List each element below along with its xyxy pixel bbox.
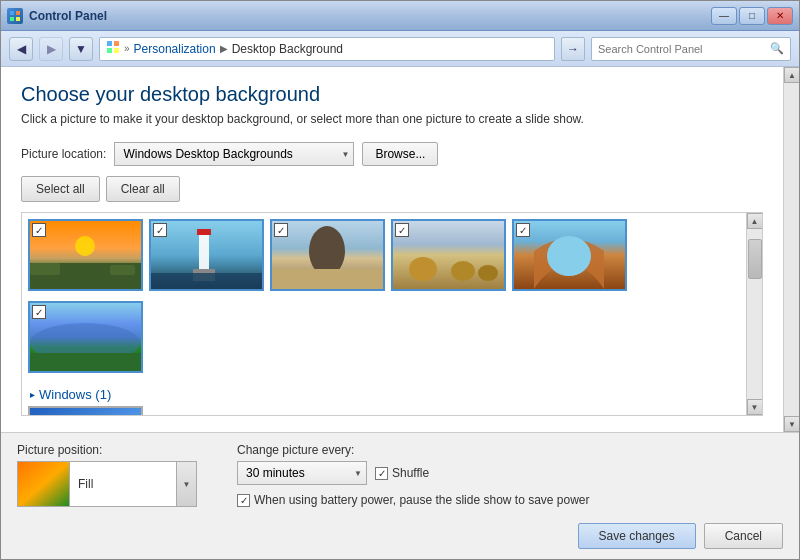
position-value: Fill bbox=[70, 477, 176, 491]
picture-location-row: Picture location: Windows Desktop Backgr… bbox=[21, 142, 763, 166]
svg-point-19 bbox=[309, 226, 345, 276]
address-bar: ◀ ▶ ▼ » Personalization ▶ Desktop Backgr… bbox=[1, 31, 799, 67]
svg-rect-15 bbox=[197, 229, 211, 235]
page-subtitle: Click a picture to make it your desktop … bbox=[21, 112, 763, 126]
address-path: » Personalization ▶ Desktop Background bbox=[99, 37, 555, 61]
picture-position-section: Picture position: Fill ▼ bbox=[17, 443, 197, 507]
svg-rect-7 bbox=[114, 48, 119, 53]
checkbox-thumb-4[interactable]: ✓ bbox=[395, 223, 409, 237]
scroll-thumb[interactable] bbox=[748, 239, 762, 279]
main-scrollbar: ▲ ▼ bbox=[783, 67, 799, 432]
images-grid-windows bbox=[28, 406, 740, 415]
picture-location-label: Picture location: bbox=[21, 147, 106, 161]
cancel-button[interactable]: Cancel bbox=[704, 523, 783, 549]
maximize-button[interactable]: □ bbox=[739, 7, 765, 25]
position-preview bbox=[18, 462, 70, 506]
svg-rect-29 bbox=[30, 353, 141, 371]
content-area: Choose your desktop background Click a p… bbox=[1, 67, 799, 432]
position-dropdown-arrow[interactable]: ▼ bbox=[176, 462, 196, 506]
shuffle-checkbox[interactable]: ✓ bbox=[375, 467, 388, 480]
main-scroll-track[interactable] bbox=[784, 83, 799, 416]
search-box: 🔍 bbox=[591, 37, 791, 61]
position-selector[interactable]: Fill ▼ bbox=[17, 461, 197, 507]
thumbnail-4[interactable]: ✓ bbox=[391, 219, 506, 291]
scroll-track[interactable] bbox=[747, 229, 762, 399]
breadcrumb-personalization[interactable]: Personalization bbox=[134, 42, 216, 56]
checkbox-thumb-1[interactable]: ✓ bbox=[32, 223, 46, 237]
images-grid-row1: ✓ bbox=[28, 219, 740, 291]
svg-rect-5 bbox=[114, 41, 119, 46]
svg-point-22 bbox=[409, 257, 437, 281]
svg-rect-0 bbox=[10, 11, 14, 15]
svg-point-9 bbox=[75, 236, 95, 256]
search-icon: 🔍 bbox=[770, 42, 784, 55]
time-select[interactable]: 30 minutes ▼ bbox=[237, 461, 367, 485]
bottom-row1: Picture position: Fill ▼ Change picture … bbox=[17, 443, 783, 507]
svg-point-23 bbox=[451, 261, 475, 281]
battery-label: When using battery power, pause the slid… bbox=[254, 493, 590, 507]
svg-rect-12 bbox=[110, 265, 135, 275]
svg-rect-11 bbox=[30, 263, 60, 275]
picture-location-select[interactable]: Windows Desktop Backgrounds ▼ bbox=[114, 142, 354, 166]
checkbox-thumb-5[interactable]: ✓ bbox=[516, 223, 530, 237]
save-changes-button[interactable]: Save changes bbox=[578, 523, 696, 549]
images-grid-row2: ✓ bbox=[28, 301, 740, 373]
thumbnail-1[interactable]: ✓ bbox=[28, 219, 143, 291]
breadcrumb-icon bbox=[106, 40, 120, 57]
back-button[interactable]: ◀ bbox=[9, 37, 33, 61]
scroll-down-arrow[interactable]: ▼ bbox=[747, 399, 763, 415]
shuffle-row: ✓ Shuffle bbox=[375, 466, 429, 480]
section-arrow-icon: ▸ bbox=[30, 389, 35, 400]
main-scroll-up[interactable]: ▲ bbox=[784, 67, 799, 83]
thumbnail-3[interactable]: ✓ bbox=[270, 219, 385, 291]
battery-checkbox[interactable]: ✓ bbox=[237, 494, 250, 507]
dropdown-button[interactable]: ▼ bbox=[69, 37, 93, 61]
images-scroll[interactable]: ✓ bbox=[22, 213, 746, 415]
svg-rect-30 bbox=[30, 408, 141, 415]
window-title: Control Panel bbox=[29, 9, 107, 23]
action-buttons: Select all Clear all bbox=[21, 176, 763, 202]
svg-rect-2 bbox=[10, 17, 14, 21]
thumbnail-windows[interactable] bbox=[28, 406, 143, 415]
picture-position-label: Picture position: bbox=[17, 443, 197, 457]
title-bar-left: Control Panel bbox=[7, 8, 107, 24]
breadcrumb-desktop-background: Desktop Background bbox=[232, 42, 343, 56]
minimize-button[interactable]: — bbox=[711, 7, 737, 25]
change-picture-row: 30 minutes ▼ ✓ Shuffle bbox=[237, 461, 590, 485]
checkbox-thumb-2[interactable]: ✓ bbox=[153, 223, 167, 237]
thumbnail-2[interactable]: ✓ bbox=[149, 219, 264, 291]
clear-all-button[interactable]: Clear all bbox=[106, 176, 180, 202]
forward-button[interactable]: ▶ bbox=[39, 37, 63, 61]
shuffle-label: Shuffle bbox=[392, 466, 429, 480]
main-content: Choose your desktop background Click a p… bbox=[1, 67, 783, 432]
browse-button[interactable]: Browse... bbox=[362, 142, 438, 166]
checkbox-thumb-3[interactable]: ✓ bbox=[274, 223, 288, 237]
thumbnail-5[interactable]: ✓ bbox=[512, 219, 627, 291]
main-window: Control Panel — □ ✕ ◀ ▶ ▼ » Personalizat… bbox=[0, 0, 800, 560]
svg-rect-17 bbox=[151, 273, 262, 289]
images-panel: ✓ bbox=[21, 212, 763, 416]
search-input[interactable] bbox=[598, 43, 766, 55]
svg-rect-6 bbox=[107, 48, 112, 53]
svg-rect-3 bbox=[16, 17, 20, 21]
checkbox-thumb-6[interactable]: ✓ bbox=[32, 305, 46, 319]
section-header-windows[interactable]: ▸ Windows (1) bbox=[28, 383, 740, 406]
change-picture-label: Change picture every: bbox=[237, 443, 590, 457]
title-bar-controls: — □ ✕ bbox=[711, 7, 793, 25]
svg-rect-20 bbox=[272, 269, 383, 289]
thumbnail-6[interactable]: ✓ bbox=[28, 301, 143, 373]
svg-rect-4 bbox=[107, 41, 112, 46]
svg-rect-14 bbox=[199, 231, 209, 271]
time-dropdown-arrow: ▼ bbox=[354, 469, 362, 478]
title-bar: Control Panel — □ ✕ bbox=[1, 1, 799, 31]
main-scroll-down[interactable]: ▼ bbox=[784, 416, 799, 432]
bottom-controls: Picture position: Fill ▼ Change picture … bbox=[1, 432, 799, 559]
change-picture-section: Change picture every: 30 minutes ▼ ✓ Shu… bbox=[237, 443, 590, 507]
close-button[interactable]: ✕ bbox=[767, 7, 793, 25]
svg-point-24 bbox=[478, 265, 498, 281]
scroll-up-arrow[interactable]: ▲ bbox=[747, 213, 763, 229]
svg-point-26 bbox=[547, 236, 591, 276]
select-all-button[interactable]: Select all bbox=[21, 176, 100, 202]
battery-row: ✓ When using battery power, pause the sl… bbox=[237, 493, 590, 507]
go-button[interactable]: → bbox=[561, 37, 585, 61]
